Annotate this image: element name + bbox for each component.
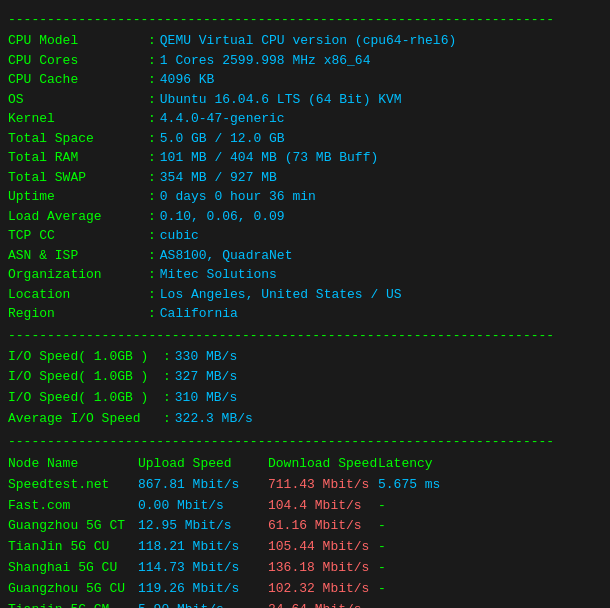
io-avg-label: Average I/O Speed: [8, 409, 163, 430]
total-space-label: Total Space: [8, 129, 148, 149]
col-upload-header: Upload Speed: [138, 453, 268, 475]
io2-row: I/O Speed( 1.0GB ) : 327 MB/s: [8, 367, 602, 388]
region-row: Region : California: [8, 304, 602, 324]
load-avg-value: 0.10, 0.06, 0.09: [160, 207, 285, 227]
latency-cell: -: [378, 558, 386, 579]
io2-label: I/O Speed( 1.0GB ): [8, 367, 163, 388]
os-row: OS : Ubuntu 16.04.6 LTS (64 Bit) KVM: [8, 90, 602, 110]
latency-cell: -: [378, 537, 386, 558]
kernel-label: Kernel: [8, 109, 148, 129]
org-row: Organization : Mitec Solutions: [8, 265, 602, 285]
col-latency-header: Latency: [378, 453, 458, 475]
terminal: ----------------------------------------…: [8, 12, 602, 608]
asn-isp-label: ASN & ISP: [8, 246, 148, 266]
divider-table: ----------------------------------------…: [8, 434, 602, 449]
total-swap-label: Total SWAP: [8, 168, 148, 188]
cpu-cache-label: CPU Cache: [8, 70, 148, 90]
col-download-header: Download Speed: [268, 453, 378, 475]
divider-top: ----------------------------------------…: [8, 12, 602, 27]
download-cell: 102.32 Mbit/s: [268, 579, 378, 600]
io1-label: I/O Speed( 1.0GB ): [8, 347, 163, 368]
cpu-cores-value: 1 Cores 2599.998 MHz x86_64: [160, 51, 371, 71]
upload-cell: 114.73 Mbit/s: [138, 558, 268, 579]
asn-isp-row: ASN & ISP : AS8100, QuadraNet: [8, 246, 602, 266]
cpu-cores-label: CPU Cores: [8, 51, 148, 71]
io3-row: I/O Speed( 1.0GB ) : 310 MB/s: [8, 388, 602, 409]
cpu-model-label: CPU Model: [8, 31, 148, 51]
node-name-cell: Guangzhou 5G CT: [8, 516, 138, 537]
io1-row: I/O Speed( 1.0GB ) : 330 MB/s: [8, 347, 602, 368]
node-name-cell: Speedtest.net: [8, 475, 138, 496]
download-cell: 136.18 Mbit/s: [268, 558, 378, 579]
io2-value: 327 MB/s: [175, 367, 237, 388]
table-row: Shanghai 5G CU114.73 Mbit/s136.18 Mbit/s…: [8, 558, 602, 579]
latency-cell: -: [378, 496, 386, 517]
io1-value: 330 MB/s: [175, 347, 237, 368]
total-swap-row: Total SWAP : 354 MB / 927 MB: [8, 168, 602, 188]
latency-cell: -: [378, 516, 386, 537]
latency-cell: 5.675 ms: [378, 475, 458, 496]
table-row: Guangzhou 5G CU119.26 Mbit/s102.32 Mbit/…: [8, 579, 602, 600]
upload-cell: 5.90 Mbit/s: [138, 600, 268, 608]
download-cell: 104.4 Mbit/s: [268, 496, 378, 517]
table-row: Speedtest.net867.81 Mbit/s711.43 Mbit/s5…: [8, 475, 602, 496]
io-avg-row: Average I/O Speed : 322.3 MB/s: [8, 409, 602, 430]
tcp-cc-label: TCP CC: [8, 226, 148, 246]
col-node-header: Node Name: [8, 453, 138, 475]
asn-isp-value: AS8100, QuadraNet: [160, 246, 293, 266]
total-swap-value: 354 MB / 927 MB: [160, 168, 277, 188]
total-ram-value: 101 MB / 404 MB (73 MB Buff): [160, 148, 378, 168]
divider-io: ----------------------------------------…: [8, 328, 602, 343]
download-cell: 105.44 Mbit/s: [268, 537, 378, 558]
org-value: Mitec Solutions: [160, 265, 277, 285]
latency-cell: -: [378, 579, 386, 600]
kernel-row: Kernel : 4.4.0-47-generic: [8, 109, 602, 129]
location-value: Los Angeles, United States / US: [160, 285, 402, 305]
table-row: Fast.com0.00 Mbit/s104.4 Mbit/s-: [8, 496, 602, 517]
io3-label: I/O Speed( 1.0GB ): [8, 388, 163, 409]
table-row: TianJin 5G CU118.21 Mbit/s105.44 Mbit/s-: [8, 537, 602, 558]
download-cell: 711.43 Mbit/s: [268, 475, 378, 496]
node-name-cell: Shanghai 5G CU: [8, 558, 138, 579]
table-body: Speedtest.net867.81 Mbit/s711.43 Mbit/s5…: [8, 475, 602, 608]
table-header: Node Name Upload Speed Download Speed La…: [8, 453, 602, 475]
table-row: Tianjin 5G CM5.90 Mbit/s24.64 Mbit/s-: [8, 600, 602, 608]
total-space-value: 5.0 GB / 12.0 GB: [160, 129, 285, 149]
upload-cell: 118.21 Mbit/s: [138, 537, 268, 558]
node-name-cell: Tianjin 5G CM: [8, 600, 138, 608]
region-label: Region: [8, 304, 148, 324]
load-avg-row: Load Average : 0.10, 0.06, 0.09: [8, 207, 602, 227]
cpu-model-value: QEMU Virtual CPU version (cpu64-rhel6): [160, 31, 456, 51]
tcp-cc-value: cubic: [160, 226, 199, 246]
latency-cell: -: [378, 600, 386, 608]
io3-value: 310 MB/s: [175, 388, 237, 409]
total-space-row: Total Space : 5.0 GB / 12.0 GB: [8, 129, 602, 149]
upload-cell: 0.00 Mbit/s: [138, 496, 268, 517]
cpu-cache-value: 4096 KB: [160, 70, 215, 90]
load-avg-label: Load Average: [8, 207, 148, 227]
uptime-label: Uptime: [8, 187, 148, 207]
uptime-row: Uptime : 0 days 0 hour 36 min: [8, 187, 602, 207]
location-label: Location: [8, 285, 148, 305]
node-name-cell: TianJin 5G CU: [8, 537, 138, 558]
download-cell: 24.64 Mbit/s: [268, 600, 378, 608]
os-value: Ubuntu 16.04.6 LTS (64 Bit) KVM: [160, 90, 402, 110]
table-row: Guangzhou 5G CT12.95 Mbit/s61.16 Mbit/s-: [8, 516, 602, 537]
upload-cell: 119.26 Mbit/s: [138, 579, 268, 600]
region-value: California: [160, 304, 238, 324]
node-name-cell: Guangzhou 5G CU: [8, 579, 138, 600]
io-avg-value: 322.3 MB/s: [175, 409, 253, 430]
total-ram-label: Total RAM: [8, 148, 148, 168]
node-name-cell: Fast.com: [8, 496, 138, 517]
cpu-cores-row: CPU Cores : 1 Cores 2599.998 MHz x86_64: [8, 51, 602, 71]
kernel-value: 4.4.0-47-generic: [160, 109, 285, 129]
upload-cell: 12.95 Mbit/s: [138, 516, 268, 537]
cpu-cache-row: CPU Cache : 4096 KB: [8, 70, 602, 90]
cpu-model-row: CPU Model : QEMU Virtual CPU version (cp…: [8, 31, 602, 51]
tcp-cc-row: TCP CC : cubic: [8, 226, 602, 246]
org-label: Organization: [8, 265, 148, 285]
uptime-value: 0 days 0 hour 36 min: [160, 187, 316, 207]
os-label: OS: [8, 90, 148, 110]
upload-cell: 867.81 Mbit/s: [138, 475, 268, 496]
total-ram-row: Total RAM : 101 MB / 404 MB (73 MB Buff): [8, 148, 602, 168]
